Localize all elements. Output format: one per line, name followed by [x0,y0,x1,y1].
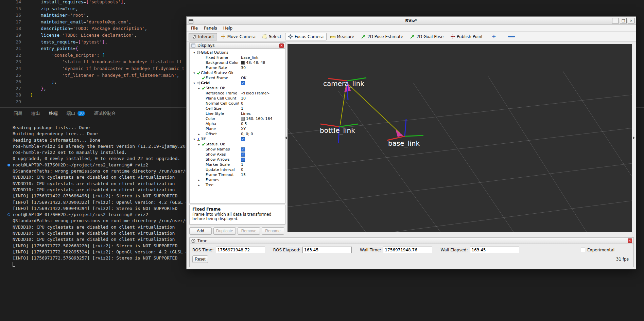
add-tool-button[interactable]: + [486,33,500,40]
tool-publish-point[interactable]: Publish Point [447,33,486,40]
expander-icon[interactable]: ▾ [192,138,196,141]
displays-tree-row[interactable]: Normal Cell Count0 [190,101,285,106]
experimental-option[interactable]: Experimental [581,248,614,252]
tree-value-cell[interactable]: 10 [239,96,285,101]
tree-value-cell[interactable]: 30 [239,65,285,70]
tool-move-camera[interactable]: Move Camera [218,33,259,40]
displays-close-icon[interactable]: × [279,43,284,48]
time-field-input[interactable] [302,247,352,253]
time-field-input[interactable] [216,247,265,253]
tree-value-cell[interactable]: 0 [239,101,285,106]
displays-tree-row[interactable]: ▸Tree [190,182,285,188]
displays-tree[interactable]: ▾Global OptionsFixed Framebase_linkBackg… [189,49,285,203]
displays-tree-row[interactable]: ▾Grid✓ [190,81,285,86]
expander-icon[interactable]: ▸ [197,183,201,187]
tree-value-cell[interactable] [239,142,285,147]
time-field-input[interactable] [470,247,519,253]
tree-value-cell[interactable]: 0 [239,167,285,172]
tree-value-cell[interactable]: XY [239,126,285,131]
checkbox-checked[interactable]: ✓ [241,158,245,162]
tree-value-cell[interactable]: 1 [239,106,285,111]
menu-help[interactable]: Help [220,25,236,31]
displays-tree-row[interactable]: Marker Scale1 [190,162,285,167]
tree-value-cell[interactable]: ✓ [239,81,285,86]
tree-value-cell[interactable]: 1 [239,162,285,167]
collapse-left-arrow-icon[interactable] [285,136,287,140]
displays-tree-row[interactable]: ▸Frames [190,177,285,182]
displays-tree-row[interactable]: Frame Timeout15 [190,172,285,177]
displays-tree-row[interactable]: Frame Rate30 [190,65,285,70]
displays-tree-row[interactable]: Alpha0.5 [190,121,285,126]
displays-tree-row[interactable]: Cell Size1 [190,106,285,111]
expander-icon[interactable]: ▾ [192,51,196,54]
tree-value-cell[interactable]: <Fixed Frame> [239,91,285,96]
tool-focus-camera[interactable]: Focus Camera [285,33,327,40]
expander-icon[interactable]: ▾ [192,82,196,85]
tool-2d-pose-estimate[interactable]: 2D Pose Estimate [358,33,406,40]
time-field-input[interactable] [383,247,432,253]
tree-value-cell[interactable]: ✓ [239,147,285,152]
expander-icon[interactable]: ▸ [197,143,201,146]
displays-tree-row[interactable]: Reference Frame<Fixed Frame> [190,91,285,96]
expander-icon[interactable]: ▾ [192,71,196,75]
checkbox-checked[interactable]: ✓ [241,153,245,157]
tree-value-cell[interactable]: Lines [239,111,285,116]
expander-icon[interactable]: ▸ [197,178,201,182]
tree-value-cell[interactable]: 15 [239,172,285,177]
rviz-window[interactable]: RViz* –□× FilePanelsHelp InteractMove Ca… [186,16,636,269]
displays-tree-row[interactable]: Fixed FrameOK [190,75,285,81]
panel-tab-item[interactable]: 输出 [27,108,45,119]
displays-tree-row[interactable]: Fixed Framebase_link [190,55,285,60]
tree-value-cell[interactable]: OK [239,75,285,81]
remove-tool-button[interactable] [508,36,515,37]
displays-tree-row[interactable]: ▾Global Options [190,50,285,55]
tree-value-cell[interactable]: ✓ [239,152,285,157]
tree-value-cell[interactable]: ✓ [239,157,285,162]
tree-value-cell[interactable]: 160; 160; 164 [239,116,285,121]
tree-value-cell[interactable] [239,86,285,91]
displays-tree-row[interactable]: Show Names✓ [190,147,285,152]
displays-tree-row[interactable]: ▾Global Status: Ok [190,70,285,75]
displays-tree-row[interactable]: ▸Status: Ok [190,86,285,91]
panel-tab-item[interactable]: 调试控制台 [89,108,120,119]
tree-value-cell[interactable] [239,50,285,55]
tool-interact[interactable]: Interact [189,33,217,40]
expander-icon[interactable]: ▸ [197,132,201,136]
displays-panel-header[interactable]: Displays × [189,42,285,49]
tool-measure[interactable]: Measure [327,33,357,40]
tree-value-cell[interactable] [239,177,285,182]
reset-button[interactable]: Reset [192,255,208,263]
checkbox-checked[interactable]: ✓ [241,137,245,141]
panel-tab-item[interactable]: 问题 [9,108,27,119]
expander-icon[interactable]: ▸ [197,87,201,90]
experimental-checkbox[interactable] [581,248,585,252]
checkbox-checked[interactable]: ✓ [241,147,245,151]
menu-file[interactable]: File [188,25,201,31]
tool-2d-goal-pose[interactable]: 2D Goal Pose [407,33,447,40]
displays-tree-row[interactable]: ▾TF✓ [190,137,285,142]
displays-tree-row[interactable]: Line StyleLines [190,111,285,116]
displays-tree-row[interactable]: ▸Offset0; 0; 0 [190,131,285,137]
displays-tree-row[interactable]: Color160; 160; 164 [190,116,285,121]
displays-tree-row[interactable]: Show Axes✓ [190,152,285,157]
tree-value-cell[interactable]: base_link [239,55,285,60]
collapse-right-arrow-icon[interactable] [633,136,635,140]
rviz-titlebar[interactable]: RViz* –□× [187,17,636,25]
tree-value-cell[interactable]: 0; 0; 0 [239,131,285,137]
checkbox-checked[interactable]: ✓ [241,81,245,85]
close-button[interactable]: × [628,18,634,23]
time-close-icon[interactable]: × [628,238,632,243]
command-decoration-icon[interactable] [7,213,10,216]
time-panel-header[interactable]: Time × [190,238,633,244]
displays-tree-row[interactable]: PlaneXY [190,126,285,131]
tool-select[interactable]: Select [259,33,284,40]
displays-tree-row[interactable]: Update Interval0 [190,167,285,172]
displays-tree-row[interactable]: Show Arrows✓ [190,157,285,162]
add-button[interactable]: Add [189,227,212,235]
tree-value-cell[interactable]: 0.5 [239,121,285,126]
panel-tab-item[interactable]: 端口10 [62,108,89,119]
displays-tree-row[interactable]: ▸Status: Ok [190,142,285,147]
panel-tab-active[interactable]: 终端 [45,108,62,119]
tree-value-cell[interactable]: ✓ [239,137,285,142]
tree-value-cell[interactable] [239,182,285,188]
